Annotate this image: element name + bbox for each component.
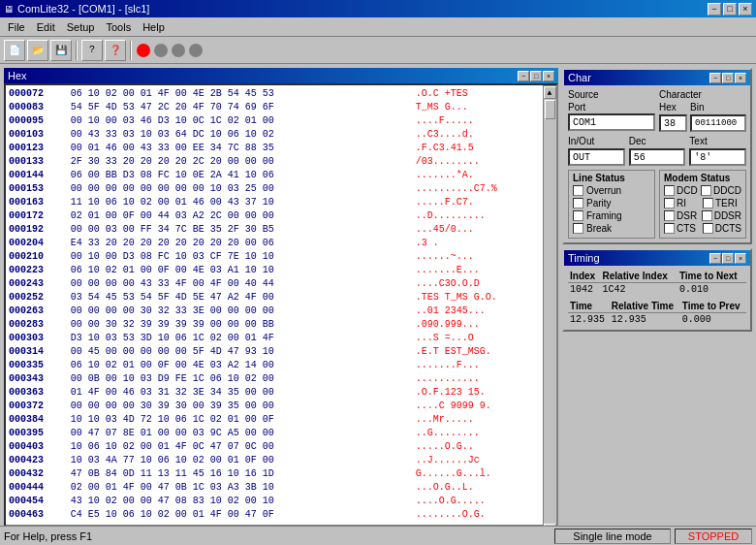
toolbar: 📄 📂 💾 ? ❓ bbox=[0, 37, 756, 64]
app-icon: 🖥 bbox=[4, 4, 14, 15]
ri-checkbox[interactable] bbox=[664, 198, 675, 208]
timing-maximize-btn[interactable]: □ bbox=[722, 253, 734, 264]
scroll-track[interactable] bbox=[544, 99, 556, 524]
dec-input[interactable]: 56 bbox=[629, 148, 686, 166]
timing-body: Index Relative Index Time to Next 1042 1… bbox=[564, 266, 750, 330]
led-dsr bbox=[189, 44, 203, 57]
inout-input[interactable]: OUT bbox=[568, 148, 625, 166]
timing-time-next-val: 0.010 bbox=[677, 283, 746, 297]
status-panels: Line Status Overrun Parity bbox=[568, 170, 746, 239]
bin-group: Bin 00111000 bbox=[690, 102, 746, 132]
table-row: 00039500 47 07 8E 01 00 00 03 9C A5 00 0… bbox=[8, 427, 554, 440]
context-help-button[interactable]: ❓ bbox=[105, 40, 126, 61]
timing-row-2: 12.935 12.935 0.000 bbox=[568, 313, 746, 327]
char-source-row: Source Port COM1 Character Hex 38 bbox=[568, 89, 746, 132]
char-maximize-btn[interactable]: □ bbox=[722, 73, 734, 83]
timing-time-prev-val: 0.000 bbox=[680, 313, 746, 327]
text-input[interactable]: '8' bbox=[689, 148, 746, 166]
table-row: 00022306 10 02 01 00 0F 00 4E 03 A1 10 1… bbox=[8, 264, 554, 277]
table-row: 00016311 10 06 10 02 00 01 46 00 43 37 1… bbox=[8, 196, 554, 209]
parity-checkbox[interactable] bbox=[573, 198, 583, 208]
hex-close-btn[interactable]: × bbox=[543, 71, 554, 81]
table-row: 00010300 43 33 03 10 03 64 DC 10 06 10 0… bbox=[8, 128, 554, 142]
dec-group: Dec 56 bbox=[629, 136, 686, 166]
ddsr-checkbox[interactable] bbox=[702, 210, 712, 221]
menu-setup[interactable]: Setup bbox=[61, 19, 101, 35]
timing-close-btn[interactable]: × bbox=[735, 253, 746, 264]
framing-checkbox[interactable] bbox=[573, 210, 583, 221]
port-input[interactable]: COM1 bbox=[568, 113, 655, 131]
ddcd-checkbox[interactable] bbox=[701, 185, 711, 196]
bin-input[interactable]: 00111000 bbox=[690, 114, 746, 132]
ri-row: RI TERI bbox=[664, 198, 741, 208]
hex-minimize-btn[interactable]: − bbox=[518, 71, 529, 81]
dcts-checkbox[interactable] bbox=[703, 223, 713, 234]
cts-row: CTS DCTS bbox=[664, 223, 741, 234]
table-row: 00044402 00 01 4F 00 47 0B 1C 03 A3 3B 1… bbox=[8, 481, 554, 495]
open-button[interactable]: 📂 bbox=[27, 40, 48, 61]
teri-checkbox[interactable] bbox=[703, 198, 713, 208]
table-row: 00045443 10 02 00 00 47 08 83 10 02 00 1… bbox=[8, 495, 554, 508]
dcd-checkbox[interactable] bbox=[664, 185, 675, 196]
timing-table-1: Index Relative Index Time to Next 1042 1… bbox=[568, 270, 746, 296]
timing-minimize-btn[interactable]: − bbox=[709, 253, 721, 264]
menu-edit[interactable]: Edit bbox=[31, 19, 61, 35]
hex-table: 00007206 10 02 00 01 4F 00 4E 2B 54 45 5… bbox=[8, 87, 554, 522]
table-row: 00008354 5F 4D 53 47 2C 20 4F 70 74 69 6… bbox=[8, 101, 554, 114]
dsr-checkbox[interactable] bbox=[664, 210, 675, 221]
maximize-button[interactable]: □ bbox=[723, 3, 737, 16]
timing-table-2: Time Relative Time Time to Prev 12.935 1… bbox=[568, 300, 746, 326]
timing-row-1: 1042 1C42 0.010 bbox=[568, 283, 746, 297]
break-checkbox[interactable] bbox=[573, 223, 583, 234]
framing-row: Framing bbox=[573, 210, 650, 221]
help-button[interactable]: ? bbox=[81, 40, 103, 61]
hex-panel: Hex − □ × 00007206 10 02 00 01 4F 00 4E … bbox=[4, 68, 558, 539]
timing-col-index: Index bbox=[568, 270, 601, 283]
char-close-btn[interactable]: × bbox=[735, 73, 746, 83]
hex-input[interactable]: 38 bbox=[659, 114, 687, 132]
title-text: ComLite32 - [COM1] - [slc1] bbox=[17, 3, 149, 15]
hex-panel-title: Hex − □ × bbox=[4, 68, 558, 83]
menu-bar: File Edit Setup Tools Help bbox=[0, 17, 756, 37]
close-button[interactable]: × bbox=[739, 3, 752, 16]
hex-data-area: 00007206 10 02 00 01 4F 00 4E 2B 54 45 5… bbox=[6, 85, 556, 537]
table-row: 00014406 00 BB D3 08 FC 10 0E 2A 41 10 0… bbox=[8, 169, 554, 182]
title-bar: 🖥 ComLite32 - [COM1] - [slc1] − □ × bbox=[0, 0, 756, 17]
char-minimize-btn[interactable]: − bbox=[709, 73, 721, 83]
hex-data-panel[interactable]: 00007206 10 02 00 01 4F 00 4E 2B 54 45 5… bbox=[4, 83, 558, 539]
menu-file[interactable]: File bbox=[2, 19, 31, 35]
hex-maximize-btn[interactable]: □ bbox=[530, 71, 542, 81]
table-row: 00019200 00 03 00 FF 34 7C BE 35 2F 30 B… bbox=[8, 223, 554, 237]
char-body: Source Port COM1 Character Hex 38 bbox=[564, 85, 750, 242]
timing-col-rel-index: Relative Index bbox=[601, 270, 677, 283]
modem-status-group: Modem Status DCD DDCD bbox=[659, 170, 746, 239]
scroll-up-btn[interactable]: ▲ bbox=[544, 86, 556, 99]
table-row: 0001332F 30 33 20 20 20 20 2C 20 00 00 0… bbox=[8, 155, 554, 169]
new-button[interactable]: 📄 bbox=[4, 40, 25, 61]
timing-rel-index-val: 1C42 bbox=[601, 283, 677, 297]
table-row: 00036301 4F 00 46 03 31 32 3E 34 35 00 0… bbox=[8, 386, 554, 400]
status-state: STOPPED bbox=[675, 529, 752, 544]
scroll-thumb[interactable] bbox=[545, 100, 555, 119]
table-row: 00038410 10 03 4D 72 10 06 1C 02 01 00 0… bbox=[8, 413, 554, 427]
table-row: 00031400 45 00 00 00 00 00 5F 4D 47 93 1… bbox=[8, 345, 554, 359]
dcd-row: DCD DDCD bbox=[664, 185, 741, 196]
hex-scrollbar[interactable]: ▲ ▼ bbox=[543, 85, 556, 537]
cts-checkbox[interactable] bbox=[664, 223, 675, 234]
save-button[interactable]: 💾 bbox=[50, 40, 72, 61]
char-details-row: In/Out OUT Dec 56 Text '8' bbox=[568, 136, 746, 166]
menu-tools[interactable]: Tools bbox=[100, 19, 137, 35]
table-row: 00021000 10 00 D3 08 FC 10 03 CF 7E 10 1… bbox=[8, 250, 554, 264]
timing-col-time: Time bbox=[568, 300, 610, 313]
timing-rel-time-val: 12.935 bbox=[610, 313, 680, 327]
text-group: Text '8' bbox=[689, 136, 746, 166]
table-row: 00040310 06 10 02 00 01 4F 0C 47 07 0C 0… bbox=[8, 440, 554, 454]
overrun-checkbox[interactable] bbox=[573, 185, 583, 196]
line-status-group: Line Status Overrun Parity bbox=[568, 170, 655, 239]
minimize-button[interactable]: − bbox=[708, 3, 721, 16]
hex-group: Hex 38 bbox=[659, 102, 687, 132]
title-bar-buttons: − □ × bbox=[708, 3, 752, 16]
table-row: 00026300 00 00 00 30 32 33 3E 00 00 00 0… bbox=[8, 305, 554, 318]
menu-help[interactable]: Help bbox=[137, 19, 171, 35]
table-row: 000303D3 10 03 53 3D 10 06 1C 02 00 01 4… bbox=[8, 332, 554, 345]
